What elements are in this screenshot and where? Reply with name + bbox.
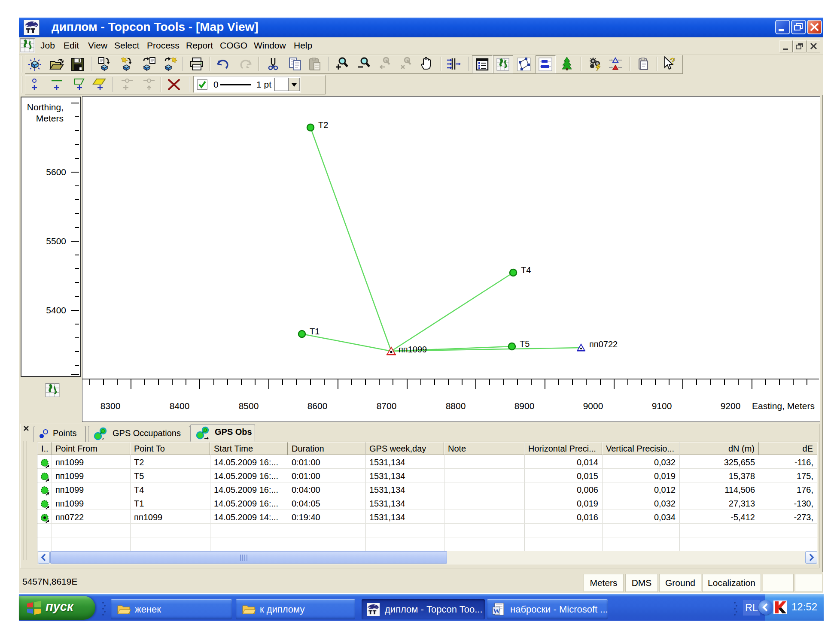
svg-text:T2: T2 — [318, 120, 328, 130]
svg-text:8500: 8500 — [239, 401, 259, 411]
svg-text:8900: 8900 — [514, 401, 535, 411]
svg-text:Easting, Meters: Easting, Meters — [752, 401, 815, 411]
svg-text:5600: 5600 — [46, 167, 66, 177]
svg-text:T1: T1 — [310, 327, 320, 336]
svg-text:5500: 5500 — [46, 236, 66, 246]
svg-text:пп0722: пп0722 — [589, 340, 618, 349]
svg-text:9000: 9000 — [583, 401, 603, 411]
svg-text:T5: T5 — [520, 339, 530, 349]
svg-text:8400: 8400 — [170, 401, 190, 411]
svg-text:9100: 9100 — [652, 401, 672, 411]
svg-text:пп1099: пп1099 — [399, 345, 427, 354]
svg-text:5400: 5400 — [46, 305, 66, 315]
svg-text:W: W — [493, 607, 500, 615]
svg-text:9200: 9200 — [721, 401, 741, 411]
svg-text:Meters: Meters — [36, 113, 64, 123]
svg-text:8700: 8700 — [377, 401, 397, 411]
svg-text:8300: 8300 — [100, 401, 121, 411]
svg-text:8800: 8800 — [446, 401, 466, 411]
svg-text:T4: T4 — [521, 265, 531, 275]
svg-text:8600: 8600 — [307, 401, 328, 411]
svg-text:Northing,: Northing, — [27, 102, 64, 112]
svg-text:?: ? — [670, 56, 675, 66]
